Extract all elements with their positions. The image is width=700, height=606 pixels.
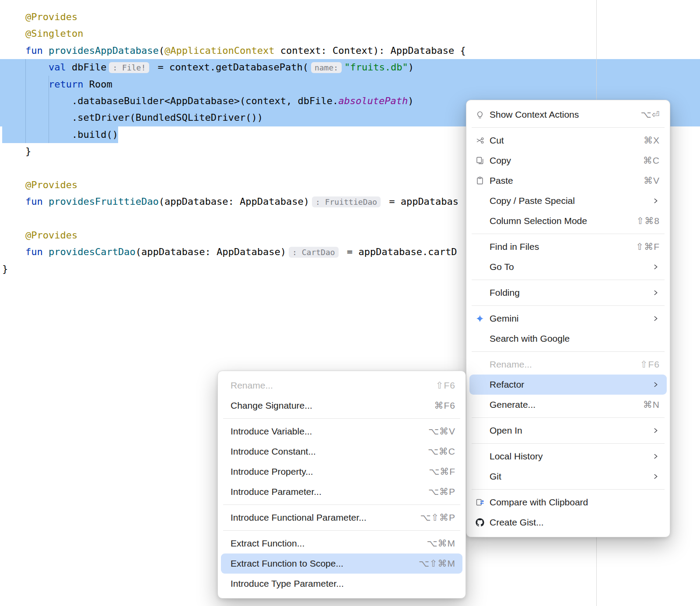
menu-shortcut: ⌘V (644, 175, 660, 186)
code-token: @Provides (2, 230, 77, 241)
menu-separator (223, 530, 460, 531)
menu-item-label: Open In (490, 425, 652, 436)
chevron-right-icon (652, 452, 660, 460)
paste-icon (476, 176, 490, 185)
menu-item-create-gist[interactable]: Create Gist... (469, 512, 667, 532)
menu-item-introduce-constant[interactable]: Introduce Constant...⌥⌘C (221, 441, 462, 462)
menu-item-extract-function-to-scope[interactable]: Extract Function to Scope...⌥⇧⌘M (221, 553, 462, 574)
menu-item-generate[interactable]: Generate...⌘N (469, 395, 667, 415)
menu-shortcut: ⌥⇧⌘P (420, 512, 455, 523)
code-line[interactable]: @Singleton (0, 25, 700, 42)
copy-icon (476, 156, 490, 165)
menu-item-copy-paste-special[interactable]: Copy / Paste Special (469, 191, 667, 211)
menu-item-rename[interactable]: Rename...⇧F6 (221, 375, 462, 396)
menu-item-label: Folding (490, 287, 652, 298)
code-token: @Singleton (2, 28, 83, 39)
menu-item-label: Rename... (231, 380, 436, 391)
menu-item-folding[interactable]: Folding (469, 283, 667, 303)
indent-guide (25, 59, 26, 143)
menu-item-change-signature[interactable]: Change Signature...⌘F6 (221, 396, 462, 416)
code-token: .build() (2, 129, 118, 140)
inlay-hint: name: (311, 62, 342, 73)
menu-separator (223, 418, 460, 419)
menu-shortcut: ⌘N (643, 399, 660, 410)
code-token: fun (2, 196, 49, 207)
code-token: providesFruittieDao (49, 196, 159, 207)
menu-item-rename[interactable]: Rename...⇧F6 (469, 354, 667, 375)
menu-item-label: Git (490, 471, 652, 482)
menu-separator (472, 305, 665, 306)
code-token: fun (2, 246, 49, 257)
code-line[interactable]: @Provides (0, 9, 700, 25)
menu-shortcut: ⌥⌘P (428, 487, 455, 497)
code-token: = appDatabase.cartD (341, 246, 457, 257)
code-token: .setDriver(BundledSQLiteDriver()) (2, 112, 263, 123)
menu-item-paste[interactable]: Paste⌘V (469, 171, 667, 191)
menu-shortcut: ⇧F6 (640, 359, 660, 370)
code-token: fun (2, 45, 49, 56)
menu-separator (472, 351, 665, 352)
menu-shortcut: ⌘F6 (434, 400, 455, 411)
menu-shortcut: ⇧⌘8 (637, 216, 660, 226)
code-token: @ApplicationContext (164, 45, 275, 56)
menu-item-copy[interactable]: Copy⌘C (469, 151, 667, 171)
menu-item-search-with-google[interactable]: Search with Google (469, 329, 667, 349)
menu-item-extract-function[interactable]: Extract Function...⌥⌘M (221, 533, 462, 553)
code-token: "fruits.db" (344, 62, 408, 73)
code-token: (appDatabase: AppDatabase) (159, 196, 309, 207)
menu-item-compare-with-clipboard[interactable]: Compare with Clipboard (469, 492, 667, 512)
indent-guide (49, 76, 49, 143)
code-token: = appDatabas (383, 196, 458, 207)
menu-item-refactor[interactable]: Refactor (469, 375, 667, 395)
menu-item-gemini[interactable]: Gemini (469, 308, 667, 329)
lightbulb-icon (476, 110, 490, 119)
menu-item-label: Introduce Property... (231, 466, 429, 477)
menu-item-find-in-files[interactable]: Find in Files⇧⌘F (469, 237, 667, 257)
menu-item-label: Generate... (490, 399, 643, 410)
code-line[interactable]: fun providesAppDatabase(@ApplicationCont… (0, 42, 700, 59)
menu-separator (472, 127, 665, 128)
menu-item-introduce-type-parameter[interactable]: Introduce Type Parameter... (221, 574, 462, 594)
menu-item-label: Gemini (490, 313, 652, 324)
code-line[interactable]: return Room (0, 76, 700, 93)
menu-item-local-history[interactable]: Local History (469, 446, 667, 466)
menu-item-introduce-parameter[interactable]: Introduce Parameter...⌥⌘P (221, 482, 462, 502)
code-token: dbFile (66, 62, 107, 73)
code-token: @Provides (2, 11, 77, 22)
menu-separator (472, 234, 665, 234)
menu-shortcut: ⌘C (643, 155, 660, 166)
menu-item-label: Introduce Type Parameter... (231, 578, 455, 589)
menu-item-label: Search with Google (490, 333, 660, 344)
menu-item-introduce-variable[interactable]: Introduce Variable...⌥⌘V (221, 421, 462, 441)
menu-item-label: Copy (490, 155, 643, 166)
menu-item-label: Column Selection Mode (490, 216, 637, 226)
menu-item-label: Introduce Variable... (231, 426, 428, 437)
code-token: return (49, 79, 83, 90)
menu-separator (472, 417, 665, 418)
code-token: } (2, 263, 8, 274)
menu-item-introduce-property[interactable]: Introduce Property...⌥⌘F (221, 462, 462, 482)
menu-item-git[interactable]: Git (469, 466, 667, 487)
menu-item-label: Introduce Constant... (231, 446, 428, 457)
menu-item-label: Introduce Parameter... (231, 487, 428, 497)
menu-item-introduce-functional-parameter[interactable]: Introduce Functional Parameter...⌥⇧⌘P (221, 508, 462, 528)
menu-item-show-context-actions[interactable]: Show Context Actions⌥⏎ (469, 105, 667, 125)
refactor-submenu: Rename...⇧F6Change Signature...⌘F6Introd… (217, 371, 466, 599)
code-token: val (49, 62, 66, 73)
menu-item-open-in[interactable]: Open In (469, 420, 667, 441)
menu-item-go-to[interactable]: Go To (469, 257, 667, 277)
code-line[interactable]: val dbFile: File! = context.getDatabaseP… (0, 59, 700, 76)
code-token: ) (408, 62, 414, 73)
chevron-right-icon (652, 289, 660, 297)
menu-item-label: Go To (490, 262, 652, 272)
inlay-hint: : File! (109, 62, 149, 73)
menu-item-cut[interactable]: Cut⌘X (469, 130, 667, 151)
menu-item-label: Cut (490, 135, 644, 146)
code-token: = context.getDatabasePath( (152, 62, 308, 73)
menu-item-label: Extract Function... (231, 538, 427, 549)
menu-separator (223, 504, 460, 505)
chevron-right-icon (652, 263, 660, 271)
menu-item-column-selection-mode[interactable]: Column Selection Mode⇧⌘8 (469, 211, 667, 231)
code-token: @Provides (2, 179, 77, 190)
scissors-icon (476, 136, 490, 145)
